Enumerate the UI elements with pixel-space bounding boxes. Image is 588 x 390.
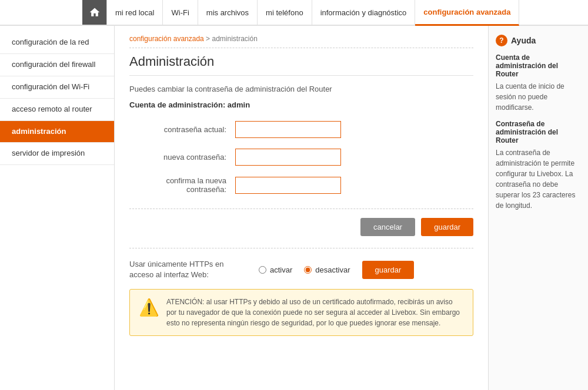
- new-password-row: nueva contraseña:: [129, 149, 473, 166]
- sidebar-item-firewall[interactable]: configuración del firewall: [0, 54, 114, 76]
- current-password-input[interactable]: [235, 121, 341, 138]
- radio-deactivate[interactable]: desactivar: [304, 265, 350, 274]
- radio-deactivate-input[interactable]: [304, 266, 312, 274]
- https-row: Usar únicamente HTTPs en acceso al inter…: [129, 259, 473, 280]
- help-title: ? Ayuda: [496, 35, 581, 46]
- help-section-title-2: Contraseña de administración del Router: [496, 120, 581, 144]
- breadcrumb: configuración avanzada > administración: [129, 35, 473, 48]
- nav-item-mis-archivos[interactable]: mis archivos: [198, 0, 258, 25]
- sidebar-item-administracion[interactable]: administración: [0, 121, 114, 143]
- nav-item-info-diagnostico[interactable]: información y diagnóstico: [312, 0, 416, 25]
- confirm-password-input[interactable]: [235, 177, 341, 194]
- section-description: Puedes cambiar la contraseña de administ…: [129, 85, 473, 93]
- sidebar-item-wifi[interactable]: configuración del Wi-Fi: [0, 76, 114, 99]
- nav-item-configuracion-avanzada[interactable]: configuración avanzada: [415, 0, 519, 26]
- main-content: configuración avanzada > administración …: [115, 26, 488, 390]
- help-section-text-2: La contraseña de administración te permi…: [496, 147, 581, 211]
- page-title: Administración: [129, 54, 473, 76]
- warning-text: ATENCIÓN: al usar HTTPs y debido al uso …: [166, 297, 464, 328]
- help-panel: ? Ayuda Cuenta de administración del Rou…: [488, 26, 588, 390]
- account-label: Cuenta de administración: admin: [129, 100, 473, 109]
- button-row: cancelar guardar: [129, 209, 473, 236]
- nav-item-mi-red-local[interactable]: mi red local: [107, 0, 163, 25]
- sidebar: configuración de la red configuración de…: [0, 26, 115, 390]
- sidebar-item-servidor-impresion[interactable]: servidor de impresión: [0, 143, 114, 165]
- top-nav: mi red local Wi-Fi mis archivos mi teléf…: [0, 0, 588, 26]
- nav-item-wifi[interactable]: Wi-Fi: [163, 0, 198, 25]
- sidebar-item-red[interactable]: configuración de la red: [0, 32, 114, 54]
- current-password-row: contraseña actual:: [129, 121, 473, 138]
- main-layout: configuración de la red configuración de…: [0, 26, 588, 390]
- home-button[interactable]: [82, 0, 107, 25]
- save-https-button[interactable]: guardar: [362, 261, 415, 279]
- help-section-text-1: La cuenta de inicio de sesión no puede m…: [496, 81, 581, 113]
- radio-activate-input[interactable]: [259, 266, 266, 274]
- radio-activate[interactable]: activar: [259, 265, 292, 274]
- confirm-password-row: confirma la nueva contraseña:: [129, 176, 473, 194]
- current-password-label: contraseña actual:: [129, 125, 235, 134]
- breadcrumb-link[interactable]: configuración avanzada: [129, 35, 204, 43]
- https-section: Usar únicamente HTTPs en acceso al inter…: [129, 248, 473, 336]
- help-icon: ?: [496, 35, 507, 46]
- save-button[interactable]: guardar: [421, 218, 473, 236]
- new-password-input[interactable]: [235, 149, 341, 166]
- nav-item-mi-telefono[interactable]: mi teléfono: [258, 0, 312, 25]
- cancel-button[interactable]: cancelar: [360, 218, 415, 236]
- new-password-label: nueva contraseña:: [129, 153, 235, 162]
- confirm-password-label: confirma la nueva contraseña:: [129, 176, 235, 194]
- warning-box: ⚠️ ATENCIÓN: al usar HTTPs y debido al u…: [129, 289, 473, 336]
- help-section-title-1: Cuenta de administración del Router: [496, 53, 581, 78]
- sidebar-item-acceso-remoto[interactable]: acceso remoto al router: [0, 99, 114, 121]
- https-radio-group: activar desactivar: [259, 265, 350, 274]
- https-label: Usar únicamente HTTPs en acceso al inter…: [129, 259, 247, 280]
- warning-icon: ⚠️: [139, 298, 159, 317]
